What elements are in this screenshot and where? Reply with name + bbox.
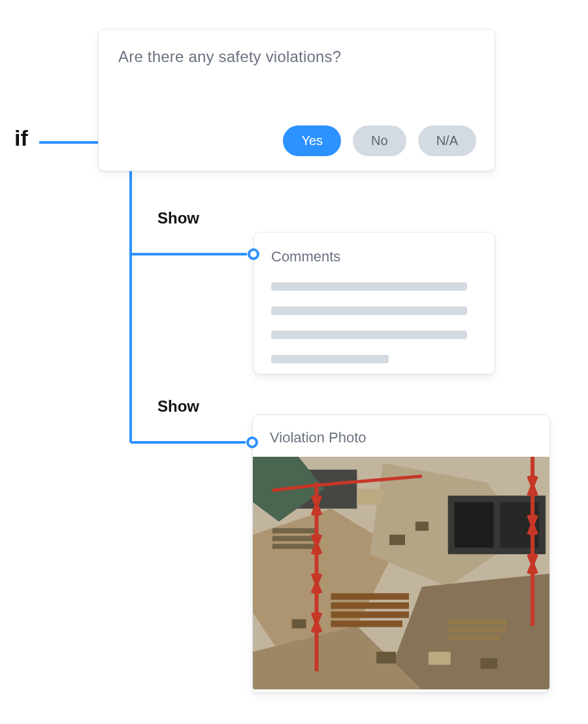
placeholder-line: [271, 331, 467, 339]
connector-node-icon: [246, 436, 258, 448]
answer-options: Yes No N/A: [283, 125, 476, 156]
connector-node-icon: [248, 248, 259, 260]
violation-photo-card: Violation Photo: [252, 414, 550, 693]
violation-photo-image: [253, 457, 549, 689]
answer-no-button[interactable]: No: [353, 125, 406, 156]
comments-card: Comments: [253, 232, 495, 374]
comments-placeholder: [271, 282, 478, 363]
logic-if-label: if: [14, 125, 28, 151]
violation-photo-title: Violation Photo: [270, 429, 532, 446]
answer-na-button[interactable]: N/A: [418, 125, 476, 156]
placeholder-line: [271, 282, 467, 291]
answer-yes-button[interactable]: Yes: [283, 125, 341, 156]
logic-show-label-2: Show: [157, 397, 199, 416]
svg-rect-45: [253, 457, 549, 689]
question-text: Are there any safety violations?: [118, 48, 475, 66]
placeholder-line: [271, 355, 389, 363]
placeholder-line: [271, 306, 467, 315]
diagram-canvas: if Show Show Are there any safety violat…: [0, 0, 588, 724]
comments-title: Comments: [271, 248, 478, 265]
question-card: Are there any safety violations? Yes No …: [98, 29, 495, 171]
logic-show-label-1: Show: [157, 209, 199, 227]
